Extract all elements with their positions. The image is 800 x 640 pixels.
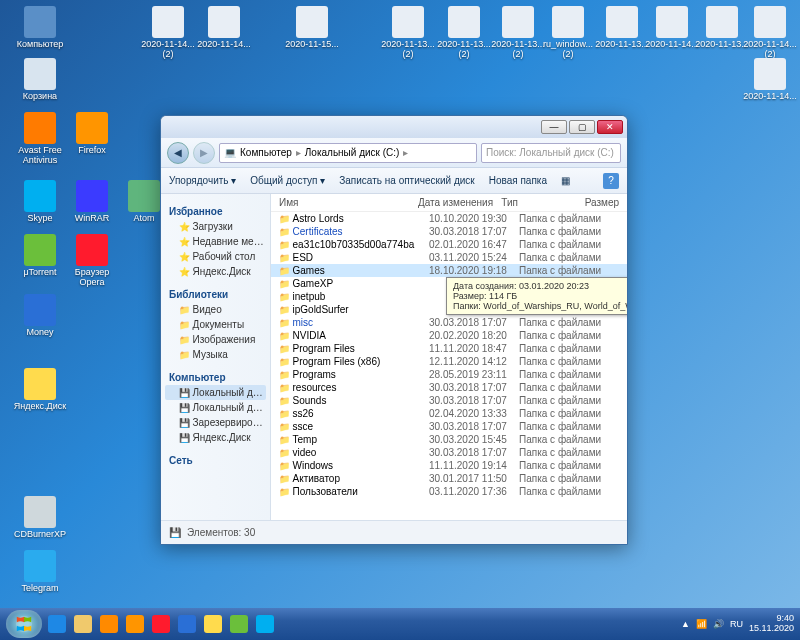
help-button[interactable]: ? (603, 173, 619, 189)
clock[interactable]: 9:40 15.11.2020 (749, 614, 794, 634)
table-row[interactable]: Program Files11.11.2020 18:47Папка с фай… (271, 342, 627, 355)
sidebar-item[interactable]: Документы (165, 317, 266, 332)
view-icon[interactable]: ▦ (561, 175, 570, 186)
table-row[interactable]: GameXPДата создания: 03.01.2020 20:23Раз… (271, 277, 627, 290)
sidebar-item[interactable]: Локальный диск (D:) (165, 400, 266, 415)
desktop-icon[interactable]: 2020-11-15... (284, 6, 340, 50)
desktop-icon[interactable]: Skype (12, 180, 68, 224)
desktop-icon[interactable]: Firefox (64, 112, 120, 156)
taskbar: ▲ 📶 🔊 RU 9:40 15.11.2020 (0, 608, 800, 640)
table-row[interactable]: NVIDIA20.02.2020 18:20Папка с файлами (271, 329, 627, 342)
sidebar-group-network[interactable]: Сеть (169, 455, 266, 466)
table-row[interactable]: misc30.03.2018 17:07Папка с файлами (271, 316, 627, 329)
table-row[interactable]: Program Files (x86)12.11.2020 14:12Папка… (271, 355, 627, 368)
desktop-icon[interactable]: CDBurnerXP (12, 496, 68, 540)
sidebar-group-favorites[interactable]: Избранное (169, 206, 266, 217)
table-row[interactable]: Windows11.11.2020 19:14Папка с файлами (271, 459, 627, 472)
sidebar-item[interactable]: Загрузки (165, 219, 266, 234)
table-row[interactable]: resources30.03.2018 17:07Папка с файлами (271, 381, 627, 394)
desktop-icon[interactable]: Money (12, 294, 68, 338)
desktop-icon[interactable]: 2020-11-13... (2) (436, 6, 492, 60)
col-date[interactable]: Дата изменения (418, 197, 501, 208)
burn-button[interactable]: Записать на оптический диск (339, 175, 474, 186)
table-row[interactable]: Games18.10.2020 19:18Папка с файлами (271, 264, 627, 277)
table-row[interactable]: Temp30.03.2020 15:45Папка с файлами (271, 433, 627, 446)
file-list[interactable]: Astro Lords10.10.2020 19:30Папка с файла… (271, 212, 627, 520)
desktop-icon[interactable]: 2020-11-13... (2) (490, 6, 546, 60)
minimize-button[interactable]: — (541, 120, 567, 134)
taskbar-pin-yandex[interactable] (201, 612, 225, 636)
organize-menu[interactable]: Упорядочить ▾ (169, 175, 236, 186)
sidebar-item[interactable]: Зарезервировано с (165, 415, 266, 430)
table-row[interactable]: ESD03.11.2020 15:24Папка с файлами (271, 251, 627, 264)
sidebar-item[interactable]: Яндекс.Диск (165, 430, 266, 445)
start-button[interactable] (6, 610, 42, 638)
address-bar[interactable]: 💻 Компьютер ▸ Локальный диск (C:) ▸ (219, 143, 477, 163)
desktop-icon[interactable]: WinRAR (64, 180, 120, 224)
system-tray[interactable]: ▲ 📶 🔊 RU 9:40 15.11.2020 (681, 614, 794, 634)
desktop-icon[interactable]: 2020-11-14... (742, 58, 798, 102)
sidebar-group-computer[interactable]: Компьютер (169, 372, 266, 383)
desktop-icon[interactable]: μTorrent (12, 234, 68, 278)
table-row[interactable]: ssce30.03.2018 17:07Папка с файлами (271, 420, 627, 433)
table-row[interactable]: video30.03.2018 17:07Папка с файлами (271, 446, 627, 459)
table-row[interactable]: Certificates30.03.2018 17:07Папка с файл… (271, 225, 627, 238)
col-name[interactable]: Имя (279, 197, 418, 208)
sidebar-item[interactable]: Яндекс.Диск (165, 264, 266, 279)
table-row[interactable]: Astro Lords10.10.2020 19:30Папка с файла… (271, 212, 627, 225)
desktop-icon[interactable]: 2020-11-13... (594, 6, 650, 50)
desktop-icon[interactable]: 2020-11-14... (196, 6, 252, 50)
desktop-icon[interactable]: Avast Free Antivirus (12, 112, 68, 166)
desktop-icon[interactable]: 2020-11-14... (2) (140, 6, 196, 60)
table-row[interactable]: Пользователи03.11.2020 17:36Папка с файл… (271, 485, 627, 498)
taskbar-pin-opera[interactable] (149, 612, 173, 636)
table-row[interactable]: ea31c10b70335d00a774ba02.01.2020 16:47Па… (271, 238, 627, 251)
tray-flag-icon[interactable]: ▲ (681, 619, 690, 629)
taskbar-pin-skype[interactable] (253, 612, 277, 636)
back-button[interactable]: ◀ (167, 142, 189, 164)
desktop-icon[interactable]: 2020-11-13... (2) (380, 6, 436, 60)
desktop-icon[interactable]: Telegram (12, 550, 68, 594)
sidebar-item[interactable]: Музыка (165, 347, 266, 362)
breadcrumb-1[interactable]: Локальный диск (C:) (305, 147, 400, 158)
desktop-icon[interactable]: Компьютер (12, 6, 68, 50)
maximize-button[interactable]: ▢ (569, 120, 595, 134)
breadcrumb-0[interactable]: Компьютер (240, 147, 292, 158)
sidebar-group-libraries[interactable]: Библиотеки (169, 289, 266, 300)
tray-network-icon[interactable]: 📶 (696, 619, 707, 629)
taskbar-pin-money[interactable] (175, 612, 199, 636)
tray-sound-icon[interactable]: 🔊 (713, 619, 724, 629)
sidebar-item[interactable]: Изображения (165, 332, 266, 347)
close-button[interactable]: ✕ (597, 120, 623, 134)
taskbar-pin-wmp[interactable] (97, 612, 121, 636)
language-indicator[interactable]: RU (730, 619, 743, 629)
desktop-icon[interactable]: Браузер Opera (64, 234, 120, 288)
desktop-icon[interactable]: Корзина (12, 58, 68, 102)
search-input[interactable]: Поиск: Локальный диск (C:) (481, 143, 621, 163)
sidebar-item[interactable]: Локальный диск (C:) (165, 385, 266, 400)
col-type[interactable]: Тип (501, 197, 584, 208)
col-size[interactable]: Размер (585, 197, 619, 208)
table-row[interactable]: Programs28.05.2019 23:11Папка с файлами (271, 368, 627, 381)
desktop-icon[interactable]: ru_window... (2) (540, 6, 596, 60)
table-row[interactable]: Активатор30.01.2017 11:50Папка с файлами (271, 472, 627, 485)
desktop-icon[interactable]: Яндекс.Диск (12, 368, 68, 412)
table-row[interactable]: ss2602.04.2020 13:33Папка с файлами (271, 407, 627, 420)
sidebar-item[interactable]: Недавние места (165, 234, 266, 249)
new-folder-button[interactable]: Новая папка (489, 175, 547, 186)
taskbar-pin-ie[interactable] (45, 612, 69, 636)
desktop-icon[interactable]: 2020-11-14... (644, 6, 700, 50)
tooltip: Дата создания: 03.01.2020 20:23Размер: 1… (446, 277, 627, 315)
forward-button[interactable]: ▶ (193, 142, 215, 164)
column-headers[interactable]: Имя Дата изменения Тип Размер (271, 194, 627, 212)
toolbar: Упорядочить ▾ Общий доступ ▾ Записать на… (161, 168, 627, 194)
taskbar-pin-folder[interactable] (71, 612, 95, 636)
taskbar-pin-utorrent[interactable] (227, 612, 251, 636)
desktop-icon[interactable]: 2020-11-14... (2) (742, 6, 798, 60)
sidebar-item[interactable]: Видео (165, 302, 266, 317)
table-row[interactable]: Sounds30.03.2018 17:07Папка с файлами (271, 394, 627, 407)
sidebar-item[interactable]: Рабочий стол (165, 249, 266, 264)
share-menu[interactable]: Общий доступ ▾ (250, 175, 325, 186)
taskbar-pin-firefox[interactable] (123, 612, 147, 636)
explorer-window: — ▢ ✕ ◀ ▶ 💻 Компьютер ▸ Локальный диск (… (160, 115, 628, 545)
